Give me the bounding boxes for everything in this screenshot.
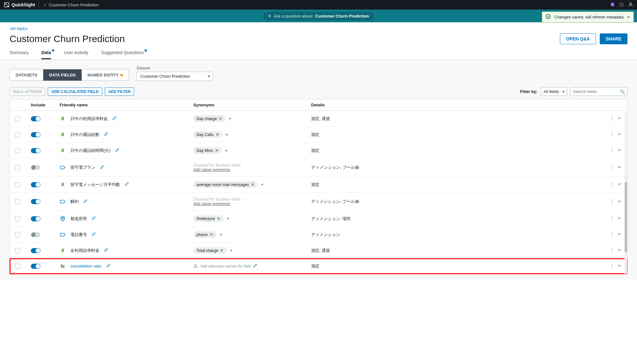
add-filter-button[interactable]: ADD FILTER xyxy=(105,88,134,96)
edit-icon[interactable] xyxy=(106,263,111,269)
remove-chip-icon[interactable]: ✕ xyxy=(220,248,224,253)
field-name[interactable]: cancellation ratio xyxy=(70,264,102,268)
share-button[interactable]: SHARE xyxy=(600,33,627,44)
add-synonym-icon[interactable]: + xyxy=(225,147,228,153)
more-icon[interactable]: ⋮ xyxy=(610,116,614,122)
edit-icon[interactable] xyxy=(104,248,108,253)
tab-suggested-questions[interactable]: Suggested Questions xyxy=(101,50,144,59)
chevron-down-icon[interactable] xyxy=(617,182,622,188)
include-toggle[interactable] xyxy=(31,199,40,204)
remove-chip-icon[interactable]: ✕ xyxy=(251,182,254,187)
row-checkbox[interactable] xyxy=(15,264,20,269)
add-synonym-icon[interactable]: + xyxy=(219,232,222,237)
edit-icon[interactable] xyxy=(104,132,108,137)
subtab-datasets[interactable]: DATASETS xyxy=(10,69,43,81)
edit-icon[interactable] xyxy=(112,116,117,121)
synonym-chip: Day Mins ✕ xyxy=(193,147,222,154)
edit-icon[interactable] xyxy=(91,232,96,237)
chevron-down-icon[interactable] xyxy=(617,216,622,222)
chevron-down-icon[interactable] xyxy=(617,116,622,122)
edit-icon[interactable] xyxy=(125,182,129,187)
more-icon[interactable]: ⋮ xyxy=(610,199,614,205)
more-icon[interactable]: ⋮ xyxy=(610,232,614,238)
chevron-down-icon[interactable] xyxy=(617,132,622,138)
number-icon: # xyxy=(60,116,66,122)
chevron-down-icon[interactable] xyxy=(617,263,622,269)
edit-icon[interactable] xyxy=(100,165,104,170)
chevron-down-icon[interactable] xyxy=(617,199,622,205)
remove-chip-icon[interactable]: ✕ xyxy=(216,132,219,137)
include-toggle[interactable] xyxy=(31,264,40,269)
add-calculated-field-button[interactable]: ADD CALCULATED FIELD xyxy=(48,88,102,96)
row-checkbox[interactable] xyxy=(15,165,20,170)
dataset-select[interactable]: Customer Churn Prediction xyxy=(137,72,213,81)
chevron-down-icon[interactable] xyxy=(617,147,622,153)
subtab-data-fields[interactable]: DATA FIELDS xyxy=(43,69,82,81)
include-toggle[interactable] xyxy=(31,248,40,253)
more-icon[interactable]: ⋮ xyxy=(610,247,614,253)
ask-pill[interactable]: ✦ Ask a question about Customer Churn Pr… xyxy=(263,12,374,20)
row-checkbox[interactable] xyxy=(15,148,20,153)
scrollbar-thumb[interactable] xyxy=(625,182,627,252)
more-icon[interactable]: ⋮ xyxy=(610,216,614,222)
add-synonym-icon[interactable]: + xyxy=(225,132,228,137)
more-icon[interactable]: ⋮ xyxy=(610,147,614,153)
page-title: Customer Churn Prediction xyxy=(10,33,125,44)
synonym-hint: Add alternate names for field xyxy=(193,263,257,269)
help-icon[interactable]: ⓘ xyxy=(619,2,624,8)
search-input[interactable] xyxy=(570,87,627,96)
row-checkbox[interactable] xyxy=(15,182,20,187)
edit-icon[interactable] xyxy=(91,216,96,221)
filter-by-select[interactable]: All fields xyxy=(541,87,567,96)
more-icon[interactable]: ⋮ xyxy=(610,263,614,269)
add-synonym-icon[interactable]: + xyxy=(229,116,232,121)
include-toggle[interactable] xyxy=(31,182,40,187)
add-value-synonyms-link[interactable]: Add value synonyms xyxy=(193,168,311,172)
scrollbar[interactable] xyxy=(625,112,627,274)
remove-chip-icon[interactable]: ✕ xyxy=(217,216,220,221)
row-checkbox[interactable] xyxy=(15,248,20,253)
add-synonym-icon[interactable]: + xyxy=(227,216,230,221)
edit-icon[interactable] xyxy=(83,199,88,204)
remove-chip-icon[interactable]: ✕ xyxy=(210,232,213,237)
favorite-icon[interactable]: ☆ xyxy=(43,3,47,7)
edit-icon[interactable] xyxy=(115,148,119,153)
tab-summary[interactable]: Summary xyxy=(10,50,29,59)
row-checkbox[interactable] xyxy=(15,132,20,137)
user-icon[interactable] xyxy=(628,2,633,8)
row-checkbox[interactable] xyxy=(15,216,20,221)
add-value-synonyms-link[interactable]: Add value synonyms xyxy=(193,202,311,206)
row-checkbox[interactable] xyxy=(15,232,20,237)
chevron-down-icon[interactable] xyxy=(617,247,622,253)
table-row: 電話番号 phone ✕+ディメンション⋮ xyxy=(10,227,627,243)
more-icon[interactable]: ⋮ xyxy=(610,165,614,171)
fx-icon: fx xyxy=(60,263,66,269)
more-icon[interactable]: ⋮ xyxy=(610,132,614,138)
row-checkbox[interactable] xyxy=(15,199,20,204)
row-checkbox[interactable] xyxy=(15,116,20,121)
subtab-named-entity[interactable]: NAMED ENTITY xyxy=(82,69,129,81)
tab-user-activity[interactable]: User Activity xyxy=(64,50,88,59)
include-toggle[interactable] xyxy=(31,165,40,170)
include-toggle[interactable] xyxy=(31,116,40,121)
include-toggle[interactable] xyxy=(31,232,40,237)
close-icon[interactable]: ✕ xyxy=(627,15,630,19)
breadcrumb-link[interactable]: ‹All topics xyxy=(10,26,27,31)
remove-chip-icon[interactable]: ✕ xyxy=(215,148,218,153)
app-logo[interactable]: QuickSight xyxy=(4,2,35,8)
app-name: QuickSight xyxy=(11,2,35,7)
add-synonym-icon[interactable]: + xyxy=(261,182,264,187)
tab-data[interactable]: Data xyxy=(41,50,51,59)
include-toggle[interactable] xyxy=(31,132,40,137)
remove-chip-icon[interactable]: ✕ xyxy=(219,116,222,121)
dataset-label: Dataset xyxy=(137,66,213,70)
edit-icon[interactable] xyxy=(253,263,257,269)
hex-icon[interactable] xyxy=(610,2,615,8)
add-synonym-icon[interactable]: + xyxy=(230,247,233,253)
include-toggle[interactable] xyxy=(31,148,40,153)
open-qa-button[interactable]: OPEN Q&A xyxy=(560,33,596,44)
chevron-down-icon[interactable] xyxy=(617,232,622,238)
include-toggle[interactable] xyxy=(31,216,40,221)
chevron-down-icon[interactable] xyxy=(617,165,622,171)
more-icon[interactable]: ⋮ xyxy=(610,182,614,188)
